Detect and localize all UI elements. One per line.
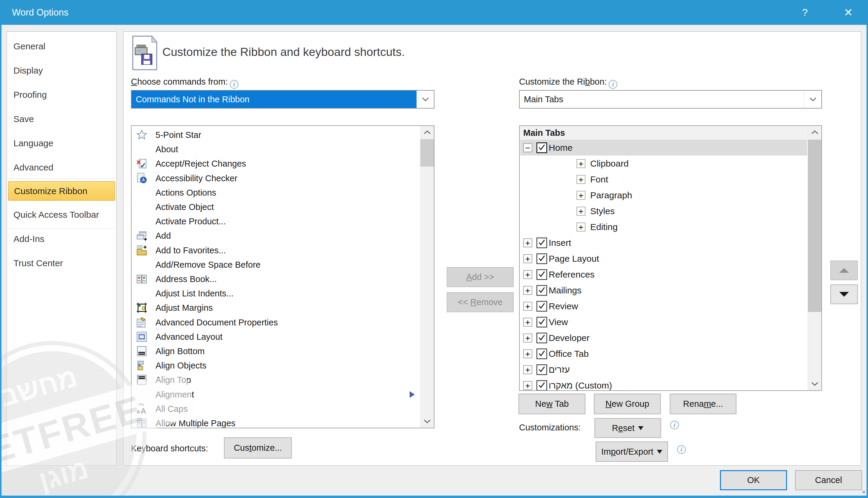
tree-group-item[interactable]: +Clipboard bbox=[520, 156, 807, 171]
tree-group-item[interactable]: +Font bbox=[520, 171, 807, 187]
scroll-down-icon[interactable] bbox=[420, 415, 434, 428]
tab-checkbox[interactable] bbox=[536, 349, 547, 359]
tab-checkbox[interactable] bbox=[536, 142, 547, 153]
scroll-down-icon[interactable] bbox=[808, 378, 822, 390]
commands-scrollbar[interactable] bbox=[420, 126, 434, 428]
move-up-button[interactable] bbox=[830, 261, 858, 280]
command-item[interactable]: Add to Favorites... bbox=[132, 243, 419, 258]
command-item[interactable]: Accept/Reject Changes bbox=[132, 156, 419, 171]
sidebar-item-proofing[interactable]: Proofing bbox=[7, 82, 116, 107]
tab-checkbox[interactable] bbox=[536, 364, 547, 375]
tree-tab-item[interactable]: +Page Layout bbox=[520, 251, 807, 266]
sidebar-item-add-ins[interactable]: Add-Ins bbox=[7, 227, 116, 251]
expand-toggle[interactable]: + bbox=[523, 270, 532, 279]
customize-shortcuts-button[interactable]: Customize... bbox=[224, 437, 292, 459]
tab-checkbox[interactable] bbox=[536, 237, 547, 248]
info-icon[interactable] bbox=[230, 80, 239, 89]
sidebar-item-display[interactable]: Display bbox=[7, 58, 116, 82]
command-item[interactable]: Align Objects bbox=[132, 358, 419, 373]
expand-toggle[interactable]: + bbox=[523, 333, 532, 342]
command-item[interactable]: Accessibility Checker bbox=[132, 171, 419, 185]
tab-checkbox[interactable] bbox=[536, 285, 547, 296]
command-item[interactable]: aAAll Caps bbox=[132, 402, 419, 416]
tab-checkbox[interactable] bbox=[536, 301, 547, 312]
tree-scrollbar[interactable] bbox=[807, 126, 822, 390]
scrollbar-thumb[interactable] bbox=[808, 140, 822, 312]
command-item[interactable]: Actions Options bbox=[132, 185, 419, 200]
command-item[interactable]: Align Bottom bbox=[132, 344, 419, 358]
command-item[interactable]: Allow Multiple Pages bbox=[132, 416, 419, 428]
resize-grip[interactable] bbox=[863, 491, 865, 493]
tab-checkbox[interactable] bbox=[536, 332, 547, 343]
tree-tab-item[interactable]: +מאקרו (Custom) bbox=[520, 378, 807, 391]
scroll-up-icon[interactable] bbox=[420, 126, 434, 139]
add-button[interactable]: Add >> bbox=[447, 267, 514, 287]
tree-group-item[interactable]: +Editing bbox=[520, 219, 807, 235]
info-icon[interactable] bbox=[609, 80, 617, 89]
tab-checkbox[interactable] bbox=[536, 380, 547, 391]
tab-checkbox[interactable] bbox=[536, 253, 547, 264]
move-down-button[interactable] bbox=[830, 285, 858, 304]
sidebar-item-quick-access-toolbar[interactable]: Quick Access Toolbar bbox=[7, 202, 116, 227]
expand-toggle[interactable]: + bbox=[523, 381, 532, 390]
command-item[interactable]: About bbox=[132, 142, 419, 156]
scrollbar-thumb[interactable] bbox=[420, 139, 434, 167]
tree-tab-item[interactable]: +Review bbox=[520, 298, 807, 314]
scroll-up-icon[interactable] bbox=[808, 126, 822, 139]
help-icon[interactable]: ? bbox=[790, 0, 819, 25]
command-item[interactable]: Alignment bbox=[132, 387, 419, 402]
sidebar-item-trust-center[interactable]: Trust Center bbox=[7, 251, 116, 275]
command-item[interactable]: Adjust List Indents... bbox=[132, 286, 419, 301]
command-item[interactable]: Advanced Document Properties bbox=[132, 315, 419, 330]
command-item[interactable]: Adjust Margins bbox=[132, 301, 419, 315]
rename-button[interactable]: Rename... bbox=[670, 394, 736, 414]
sidebar-item-save[interactable]: Save bbox=[7, 107, 116, 131]
cancel-button[interactable]: Cancel bbox=[795, 470, 862, 490]
expand-toggle[interactable]: + bbox=[576, 159, 585, 168]
expand-toggle[interactable]: − bbox=[523, 143, 532, 152]
expand-toggle[interactable]: + bbox=[523, 349, 532, 358]
choose-commands-dropdown[interactable]: Commands Not in the Ribbon bbox=[131, 90, 435, 108]
tree-tab-item[interactable]: +View bbox=[520, 314, 807, 330]
tree-tab-item[interactable]: +References bbox=[520, 266, 807, 283]
expand-toggle[interactable]: + bbox=[523, 254, 532, 263]
close-icon[interactable]: ✕ bbox=[834, 0, 863, 25]
command-item[interactable]: Advanced Layout bbox=[132, 330, 419, 344]
expand-toggle[interactable]: + bbox=[576, 175, 585, 184]
tree-group-item[interactable]: +Paragraph bbox=[520, 187, 807, 203]
expand-toggle[interactable]: + bbox=[576, 223, 585, 232]
chevron-down-icon[interactable] bbox=[416, 91, 434, 108]
tree-tab-item[interactable]: +Insert bbox=[520, 235, 807, 251]
command-item[interactable]: Add/Remove Space Before bbox=[132, 258, 419, 272]
command-item[interactable]: Add bbox=[132, 228, 419, 243]
tree-group-item[interactable]: +Styles bbox=[520, 203, 807, 219]
command-item[interactable]: 5-Point Star bbox=[132, 128, 419, 142]
tree-tab-item[interactable]: +Mailings bbox=[520, 283, 807, 298]
command-item[interactable]: Activate Object bbox=[132, 200, 419, 214]
info-icon[interactable] bbox=[670, 421, 679, 430]
tree-tab-item[interactable]: +Developer bbox=[520, 330, 807, 346]
chevron-down-icon[interactable] bbox=[804, 91, 822, 108]
remove-button[interactable]: << Remove bbox=[447, 292, 514, 312]
expand-toggle[interactable]: + bbox=[523, 302, 532, 311]
sidebar-item-advanced[interactable]: Advanced bbox=[7, 155, 116, 180]
info-icon[interactable] bbox=[677, 445, 686, 454]
tab-checkbox[interactable] bbox=[536, 317, 547, 328]
command-item[interactable]: Activate Product... bbox=[132, 214, 419, 228]
customize-ribbon-dropdown[interactable]: Main Tabs bbox=[519, 90, 822, 108]
tree-tab-item[interactable]: −Home bbox=[520, 140, 807, 156]
tree-tab-item[interactable]: +Office Tab bbox=[520, 346, 807, 362]
expand-toggle[interactable]: + bbox=[523, 286, 532, 295]
expand-toggle[interactable]: + bbox=[523, 365, 532, 374]
expand-toggle[interactable]: + bbox=[576, 191, 585, 200]
ok-button[interactable]: OK bbox=[720, 470, 787, 490]
sidebar-item-customize-ribbon[interactable]: Customize Ribbon bbox=[8, 181, 115, 201]
sidebar-item-language[interactable]: Language bbox=[7, 131, 116, 155]
tree-tab-item[interactable]: +עזרים bbox=[520, 362, 807, 378]
command-item[interactable]: Address Book... bbox=[132, 272, 419, 286]
expand-toggle[interactable]: + bbox=[523, 318, 532, 327]
new-tab-button[interactable]: New Tab bbox=[519, 394, 585, 414]
new-group-button[interactable]: New Group bbox=[594, 394, 661, 414]
command-item[interactable]: Align Top bbox=[132, 373, 419, 387]
tab-checkbox[interactable] bbox=[536, 269, 547, 280]
